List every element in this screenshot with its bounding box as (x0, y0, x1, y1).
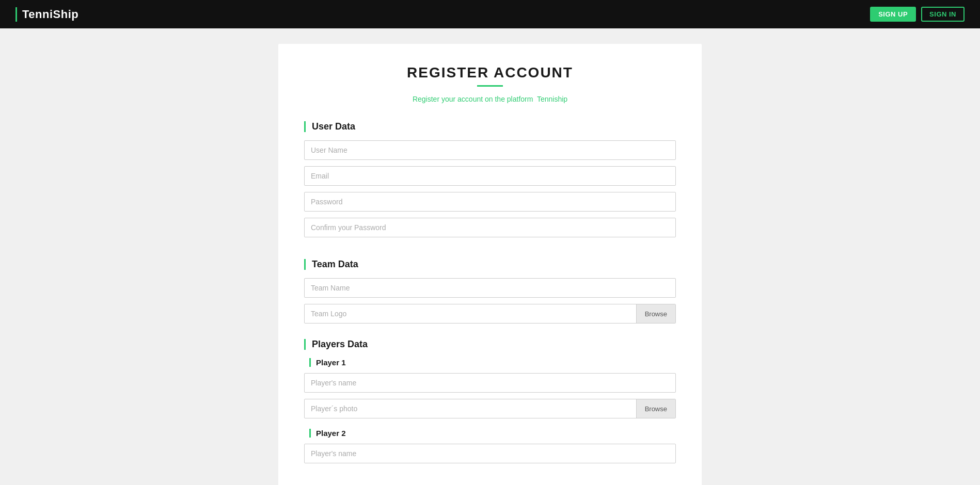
player1-photo-browse-button[interactable]: Browse (636, 399, 675, 418)
navbar-actions: SIGN UP SIGN IN (870, 7, 965, 22)
subtitle-brand: Tenniship (537, 95, 567, 103)
team-logo-file-row: Team Logo Browse (304, 304, 676, 324)
player2-section: Player 2 (304, 429, 676, 470)
team-data-title: Team Data (304, 259, 676, 270)
brand-text: TenniShip (22, 8, 78, 21)
team-logo-label: Team Logo (305, 304, 636, 324)
player2-title: Player 2 (309, 429, 676, 438)
password-input[interactable] (304, 192, 676, 212)
signup-button[interactable]: SIGN UP (870, 7, 916, 22)
form-container: REGISTER ACCOUNT Register your account o… (278, 44, 702, 485)
players-data-title: Players Data (304, 339, 676, 350)
player1-section: Player 1 Player´s photo Browse (304, 358, 676, 418)
team-logo-browse-button[interactable]: Browse (636, 304, 675, 323)
confirm-password-input[interactable] (304, 218, 676, 237)
user-data-section: User Data (304, 121, 676, 244)
player1-name-input[interactable] (304, 373, 676, 393)
email-input[interactable] (304, 166, 676, 186)
subtitle-prefix: Register your account on the platform (413, 95, 533, 103)
page-title: REGISTER ACCOUNT (304, 64, 676, 81)
player2-name-input[interactable] (304, 444, 676, 463)
team-data-section: Team Data Team Logo Browse (304, 259, 676, 324)
username-input[interactable] (304, 140, 676, 160)
team-name-input[interactable] (304, 278, 676, 298)
player1-photo-file-row: Player´s photo Browse (304, 399, 676, 418)
user-data-title: User Data (304, 121, 676, 132)
player1-title: Player 1 (309, 358, 676, 367)
page-subtitle: Register your account on the platform Te… (304, 95, 676, 103)
title-underline (477, 85, 503, 87)
brand: TenniShip (15, 7, 78, 22)
brand-bar (15, 7, 17, 22)
player1-photo-label: Player´s photo (305, 399, 636, 418)
main-content: REGISTER ACCOUNT Register your account o… (0, 28, 980, 485)
navbar: TenniShip SIGN UP SIGN IN (0, 0, 980, 28)
players-data-section: Players Data Player 1 Player´s photo Bro… (304, 339, 676, 470)
signin-button[interactable]: SIGN IN (921, 7, 965, 22)
